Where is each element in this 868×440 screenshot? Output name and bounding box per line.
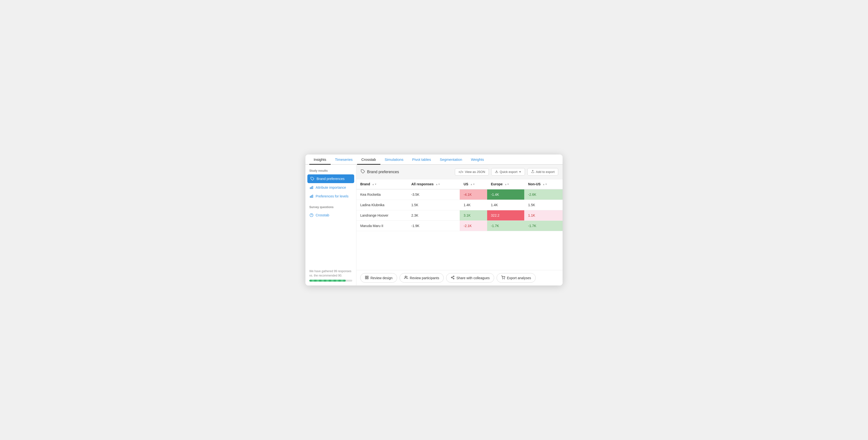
- svg-rect-1: [310, 188, 311, 189]
- add-to-export-button[interactable]: Add to export: [527, 168, 558, 176]
- dropdown-arrow-icon: ▼: [519, 170, 521, 173]
- table-container: Brand ▲▼ All responses ▲▼ US ▲▼: [356, 179, 563, 270]
- quick-export-button[interactable]: Quick export ▼: [491, 168, 525, 176]
- cell-row1-col1: 1.5K: [407, 200, 460, 210]
- tab-timeseries[interactable]: Timeseries: [331, 155, 357, 165]
- review-participants-button[interactable]: Review participants: [400, 273, 444, 283]
- sidebar: Study results Brand preferences Attribut…: [305, 165, 356, 285]
- table-row: Kea Rocketta-3.5K-4.1K-1.4K-2.6K: [356, 189, 563, 200]
- sort-us-icon[interactable]: ▲▼: [470, 183, 475, 186]
- sort-brand-icon[interactable]: ▲▼: [372, 183, 377, 186]
- code-icon: </>: [459, 170, 463, 174]
- cell-row0-col2: -4.1K: [460, 189, 487, 200]
- panel-title-text: Brand preferences: [367, 170, 399, 174]
- cell-row3-col3: -1.7K: [487, 221, 525, 231]
- table-row: Landrange Hoover2.3K3.1K322.21.1K: [356, 210, 563, 221]
- share-colleagues-label: Share with colleagues: [456, 276, 490, 280]
- help-circle-icon: [309, 213, 314, 217]
- panel-actions: </> View as JSON Quick export ▼: [455, 168, 558, 176]
- svg-point-18: [451, 277, 452, 278]
- share-colleagues-button[interactable]: Share with colleagues: [446, 273, 494, 283]
- cell-row3-col1: -1.9K: [407, 221, 460, 231]
- col-non-us[interactable]: Non-US ▲▼: [524, 179, 563, 189]
- view-json-label: View as JSON: [465, 170, 485, 174]
- sidebar-attr-imp-label: Attribute importance: [316, 186, 346, 189]
- sort-all-responses-icon[interactable]: ▲▼: [435, 183, 440, 186]
- review-participants-label: Review participants: [410, 276, 439, 280]
- sidebar-footer: We have gathered 99 responses vs. the re…: [305, 265, 356, 285]
- cell-row1-col0: Ladina Klubnika: [356, 200, 407, 210]
- tab-crosstab[interactable]: Crosstab: [357, 155, 380, 165]
- cell-row0-col1: -3.5K: [407, 189, 460, 200]
- cell-row2-col1: 2.3K: [407, 210, 460, 221]
- cell-row1-col2: 1.4K: [460, 200, 487, 210]
- data-table: Brand ▲▼ All responses ▲▼ US ▲▼: [356, 179, 563, 231]
- sidebar-item-brand-preferences[interactable]: Brand preferences: [307, 175, 354, 183]
- participants-icon: [404, 276, 408, 280]
- cell-row1-col3: 1.4K: [487, 200, 525, 210]
- sidebar-item-preferences-levels[interactable]: Preferences for levels: [305, 192, 356, 200]
- quick-export-label: Quick export: [500, 170, 518, 174]
- svg-rect-4: [310, 196, 311, 197]
- table-row: Ladina Klubnika1.5K1.4K1.4K1.5K: [356, 200, 563, 210]
- add-to-export-label: Add to export: [536, 170, 555, 174]
- export-analyses-label: Export analyses: [507, 276, 531, 280]
- progress-bar-fill: [309, 280, 346, 282]
- bar-chart-icon-2: [309, 194, 314, 198]
- study-results-section: Study results: [305, 169, 356, 175]
- cell-row0-col4: -2.6K: [524, 189, 563, 200]
- review-design-button[interactable]: Review design: [360, 273, 397, 283]
- cell-row3-col2: -2.1K: [460, 221, 487, 231]
- cart-icon: [501, 276, 505, 280]
- table-row: Maruda Maru II-1.9K-2.1K-1.7K-1.7K: [356, 221, 563, 231]
- sidebar-crosstab-label: Crosstab: [316, 213, 329, 217]
- sort-non-us-icon[interactable]: ▲▼: [542, 183, 547, 186]
- col-us[interactable]: US ▲▼: [460, 179, 487, 189]
- cell-row3-col4: -1.7K: [524, 221, 563, 231]
- svg-point-23: [504, 279, 505, 279]
- cell-row3-col0: Maruda Maru II: [356, 221, 407, 231]
- svg-rect-12: [365, 276, 367, 277]
- tag-icon: [310, 177, 315, 181]
- content-panel: Brand preferences </> View as JSON Quick…: [356, 165, 563, 285]
- tab-pivot-tables[interactable]: Pivot tables: [408, 155, 435, 165]
- download-icon: [495, 170, 498, 174]
- col-brand[interactable]: Brand ▲▼: [356, 179, 407, 189]
- panel-title: Brand preferences: [361, 169, 399, 175]
- view-as-json-button[interactable]: </> View as JSON: [455, 168, 489, 176]
- svg-rect-5: [311, 195, 312, 197]
- tab-insights[interactable]: Insights: [309, 155, 331, 165]
- panel-title-icon: [361, 169, 365, 175]
- col-europe[interactable]: Europe ▲▼: [487, 179, 525, 189]
- tab-weights[interactable]: Weights: [466, 155, 488, 165]
- progress-bar-bg: [309, 280, 352, 282]
- table-header-row: Brand ▲▼ All responses ▲▼ US ▲▼: [356, 179, 563, 189]
- export-icon: [531, 170, 534, 174]
- svg-rect-14: [367, 278, 368, 279]
- svg-point-16: [405, 276, 406, 277]
- panel-header: Brand preferences </> View as JSON Quick…: [356, 165, 563, 179]
- svg-rect-13: [367, 276, 368, 277]
- survey-questions-section: Survey questions: [305, 206, 356, 211]
- share-icon: [451, 276, 455, 280]
- cell-row2-col4: 1.1K: [524, 210, 563, 221]
- sort-europe-icon[interactable]: ▲▼: [505, 183, 509, 186]
- app-window: Insights Timeseries Crosstab Simulations…: [305, 155, 563, 285]
- svg-rect-2: [311, 187, 312, 189]
- sidebar-item-crosstab[interactable]: Crosstab: [305, 211, 356, 220]
- bar-chart-icon-1: [309, 185, 314, 190]
- export-analyses-button[interactable]: Export analyses: [497, 273, 536, 283]
- sidebar-item-attribute-importance[interactable]: Attribute importance: [305, 183, 356, 192]
- col-all-responses[interactable]: All responses ▲▼: [407, 179, 460, 189]
- table-body: Kea Rocketta-3.5K-4.1K-1.4K-2.6KLadina K…: [356, 189, 563, 231]
- cell-row0-col0: Kea Rocketta: [356, 189, 407, 200]
- cell-row2-col2: 3.1K: [460, 210, 487, 221]
- tab-segmentation[interactable]: Segmentation: [435, 155, 467, 165]
- svg-line-20: [452, 278, 454, 279]
- tab-simulations[interactable]: Simulations: [380, 155, 408, 165]
- svg-rect-6: [312, 195, 313, 198]
- svg-point-19: [453, 278, 454, 279]
- svg-line-21: [452, 277, 454, 277]
- footer-text: We have gathered 99 responses vs. the re…: [309, 270, 351, 277]
- cell-row1-col4: 1.5K: [524, 200, 563, 210]
